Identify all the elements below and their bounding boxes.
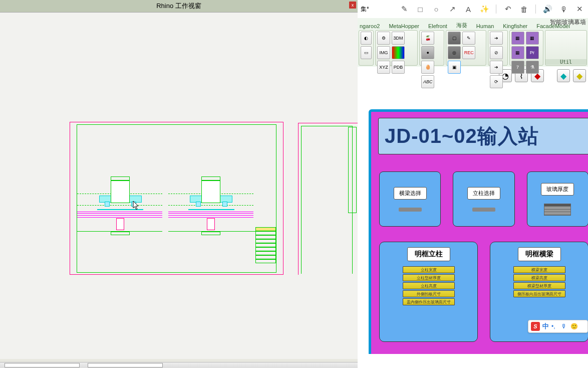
tool-clock-icon[interactable]: ⟳	[490, 75, 503, 88]
param-column-select[interactable]: 立柱选择	[453, 171, 514, 227]
grasshopper-canvas[interactable]: JD-01~02输入站 横梁选择 立柱选择 玻璃厚度 明框立柱 立	[358, 100, 588, 354]
toolbar-group-label: Util	[545, 59, 586, 65]
grasshopper-window: 集* ✎ □ ○ ↗ A ✨ ↶ 🗑 🔊 🎙 ✕ 智能玻璃幕墙 ngaroo2 …	[358, 0, 588, 368]
tab-kingfisher[interactable]: Kingfisher	[503, 23, 527, 29]
tool-purple2-icon[interactable]: ▦	[526, 32, 539, 45]
tool-3dm-icon[interactable]: 3DM	[392, 32, 405, 45]
ime-more-icon[interactable]: 🙂	[570, 323, 577, 330]
tool-arrow-right2-icon[interactable]: ➔	[490, 61, 503, 74]
arrow-icon[interactable]: ↗	[448, 5, 457, 14]
tool-rec-icon[interactable]: REC	[462, 46, 475, 59]
mic-icon[interactable]: 🎙	[559, 5, 568, 14]
tab-elefront[interactable]: Elefront	[428, 23, 447, 29]
tab-haikui[interactable]: 海葵	[456, 22, 467, 29]
tool-cell-icon[interactable]: ▣	[448, 61, 461, 74]
tool-img-icon[interactable]: IMG	[377, 46, 390, 59]
ime-mic-icon[interactable]: 🎙	[561, 323, 568, 330]
toolbar: ◐ ▭ ⚙ 3DM IMG XYZ PDB 🍒 ● 🥚 ABC ▢ ✎ ◎ RE…	[358, 29, 588, 67]
ime-punct-icon[interactable]: •,	[551, 323, 558, 330]
section-exposed-column: 明框立柱 立柱宽度 立柱型材厚度 立柱高度 外侧扣板尺寸 盖内侧作压出玻璃面尺寸	[379, 242, 478, 342]
ime-lang[interactable]: 中	[542, 322, 549, 331]
strip-item[interactable]: 侧压板向后出玻璃面尺寸	[513, 290, 565, 297]
tool-abc-icon[interactable]: ABC	[421, 75, 434, 88]
teal-gem-icon[interactable]: ◆	[557, 69, 570, 82]
tool-pdb-icon[interactable]: PDB	[392, 61, 405, 74]
strip-item[interactable]: 横梁高度	[513, 274, 565, 281]
tool-cherry-icon[interactable]: 🍒	[421, 32, 434, 45]
tool-egg-icon[interactable]: 🥚	[421, 61, 434, 74]
rhino-viewport: Rhino 工作视窗 x	[0, 0, 358, 368]
taskbar	[0, 362, 358, 368]
rhino-canvas[interactable]	[0, 13, 358, 359]
strip-item[interactable]: 横梁宽度	[513, 266, 565, 273]
separator	[535, 5, 536, 14]
rhino-title-text: Rhino 工作视窗	[156, 2, 201, 11]
drawing-frame	[70, 122, 358, 277]
strip-item[interactable]: 立柱高度	[403, 282, 455, 289]
close-icon[interactable]: x	[349, 2, 356, 9]
tool-arrow-right-icon[interactable]: ➔	[490, 32, 503, 45]
tool-target-icon[interactable]: ◎	[448, 46, 461, 59]
slider[interactable]	[472, 208, 495, 212]
tab-kangaroo[interactable]: ngaroo2	[360, 23, 380, 29]
tool-xyz-icon[interactable]: XYZ	[377, 61, 390, 74]
rhino-titlebar[interactable]: Rhino 工作视窗 x	[0, 0, 358, 13]
undo-icon[interactable]: ↶	[503, 5, 512, 14]
value-list[interactable]	[544, 204, 571, 216]
param-glass-thickness[interactable]: 玻璃厚度	[527, 171, 588, 227]
tool-pen-icon[interactable]: ✎	[462, 32, 475, 45]
window-titlebar[interactable]: 集* ✎ □ ○ ↗ A ✨ ↶ 🗑 🔊 🎙 ✕	[358, 0, 588, 18]
param-beam-select[interactable]: 横梁选择	[379, 171, 441, 227]
tab-human[interactable]: Human	[476, 23, 494, 29]
taskbar-item[interactable]	[5, 363, 80, 367]
strip-item[interactable]: 立柱型材厚度	[403, 274, 455, 281]
tool-7-icon[interactable]: 7	[511, 61, 524, 74]
strip-item[interactable]: 外侧扣板尺寸	[403, 290, 455, 297]
tool-flask-icon[interactable]: ⚗	[526, 61, 539, 74]
taskbar-item[interactable]	[88, 363, 163, 367]
tool-sphere-icon[interactable]: ●	[421, 46, 434, 59]
tool-square-icon[interactable]: ▢	[448, 32, 461, 45]
tool-round-icon[interactable]: ◐	[361, 32, 372, 45]
tool-pr-icon[interactable]: Pr	[526, 46, 539, 59]
sogou-logo-icon[interactable]: S	[531, 322, 540, 331]
tool-palette-icon[interactable]	[392, 46, 405, 59]
tool-noentry-icon[interactable]: ⊘	[490, 46, 503, 59]
pencil-icon[interactable]: ✎	[400, 5, 409, 14]
strip-item[interactable]: 横梁型材厚度	[513, 282, 565, 289]
tool-doc-icon[interactable]: ▭	[361, 46, 372, 59]
close-icon[interactable]: ✕	[575, 5, 584, 14]
text-icon[interactable]: A	[464, 5, 473, 14]
ime-toolbar[interactable]: S 中 •, 🎙 🙂	[528, 320, 588, 333]
trash-icon[interactable]: 🗑	[519, 5, 528, 14]
tool-gear-icon[interactable]: ⚙	[377, 32, 390, 45]
document-name: 集*	[361, 5, 369, 14]
tool-purple1-icon[interactable]: ▦	[511, 32, 524, 45]
speaker-icon[interactable]: 🔊	[543, 5, 552, 14]
strip-item[interactable]: 盖内侧作压出玻璃面尺寸	[403, 298, 455, 305]
slider[interactable]	[399, 208, 422, 212]
strip-item[interactable]: 立柱宽度	[403, 266, 455, 273]
separator	[496, 5, 496, 14]
subtitle-text: 智能玻璃幕墙	[550, 18, 586, 27]
gold-gem-icon[interactable]: ◆	[573, 69, 586, 82]
gh-panel-title: JD-01~02输入站	[378, 118, 588, 154]
sparkle-icon[interactable]: ✨	[480, 5, 489, 14]
tool-purple3-icon[interactable]: ▦	[511, 46, 524, 59]
square-icon[interactable]: □	[416, 5, 425, 14]
tab-metahopper[interactable]: MetaHopper	[389, 23, 419, 29]
circle-icon[interactable]: ○	[432, 5, 441, 14]
gh-input-panel: JD-01~02输入站 横梁选择 立柱选择 玻璃厚度 明框立柱 立	[369, 109, 588, 354]
